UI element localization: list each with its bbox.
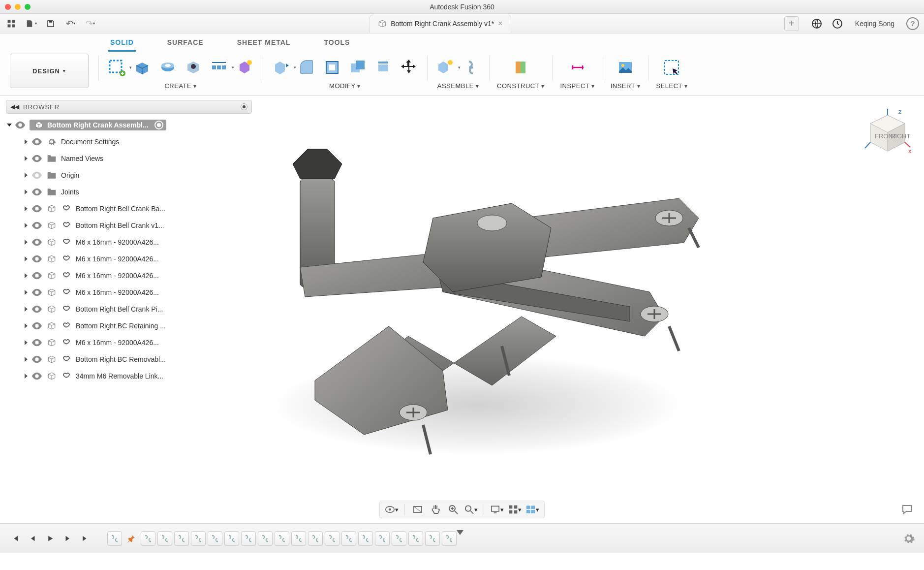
select-button[interactable]	[661, 57, 682, 78]
timeline-feature-chip[interactable]	[341, 531, 356, 546]
expand-icon[interactable]	[25, 340, 28, 345]
close-window-button[interactable]	[5, 4, 11, 10]
timeline-feature-chip[interactable]	[208, 531, 222, 546]
timeline-settings-button[interactable]	[902, 532, 915, 545]
visibility-toggle[interactable]	[31, 272, 42, 280]
construct-button[interactable]	[510, 57, 531, 78]
timeline-feature-chip[interactable]	[408, 531, 423, 546]
timeline-feature-chip[interactable]	[141, 531, 155, 546]
comments-button[interactable]	[900, 504, 914, 515]
timeline-first-button[interactable]	[9, 533, 21, 544]
new-design-button[interactable]: +	[784, 16, 799, 31]
tab-surface[interactable]: SURFACE	[165, 36, 206, 52]
timeline-feature-chip[interactable]	[191, 531, 206, 546]
combine-button[interactable]	[347, 57, 368, 78]
timeline-feature-chip[interactable]	[275, 531, 289, 546]
insert-button[interactable]	[615, 57, 636, 78]
form-button[interactable]	[234, 57, 255, 78]
group-insert-label[interactable]: INSERT ▾	[611, 82, 641, 90]
timeline-feature-chip[interactable]	[157, 531, 172, 546]
save-button[interactable]	[44, 17, 57, 30]
redo-button[interactable]: ↷▾	[84, 17, 96, 30]
joint-button[interactable]	[461, 57, 481, 78]
tree-row[interactable]: Named Views	[6, 150, 252, 167]
timeline-feature-chip[interactable]	[224, 531, 239, 546]
timeline-last-button[interactable]	[80, 533, 92, 544]
expand-icon[interactable]	[25, 323, 28, 328]
pin-panel-button[interactable]	[241, 103, 247, 110]
expand-icon[interactable]	[7, 124, 12, 127]
group-assemble-label[interactable]: ASSEMBLE ▾	[437, 82, 479, 90]
new-component-button[interactable]: ▾	[435, 57, 456, 78]
group-inspect-label[interactable]: INSPECT ▾	[560, 82, 594, 90]
timeline-feature-chip[interactable]	[241, 531, 256, 546]
timeline-feature-chip[interactable]	[358, 531, 373, 546]
tree-row[interactable]: 34mm M6 Removable Link...	[6, 368, 252, 384]
pan-button[interactable]	[429, 503, 442, 516]
expand-icon[interactable]	[25, 374, 28, 379]
tree-row[interactable]: Document Settings	[6, 133, 252, 150]
visibility-toggle[interactable]	[31, 171, 42, 179]
tab-tools[interactable]: TOOLS	[322, 36, 352, 52]
pattern-button[interactable]: ▾	[209, 57, 229, 78]
group-construct-label[interactable]: CONSTRUCT ▾	[497, 82, 544, 90]
tree-row[interactable]: Bottom Right Bell Crank Pi...	[6, 301, 252, 317]
tree-row[interactable]: Bottom Right Bell Crank v1...	[6, 217, 252, 234]
expand-icon[interactable]	[25, 307, 28, 312]
extrude-button[interactable]	[132, 57, 153, 78]
expand-icon[interactable]	[25, 357, 28, 362]
tree-root-row[interactable]: Bottom Right Crank Assembl...	[6, 117, 252, 133]
tree-row[interactable]: M6 x 16mm - 92000A426...	[6, 284, 252, 301]
user-name-label[interactable]: Keqing Song	[855, 20, 894, 28]
model-viewport[interactable]	[236, 120, 728, 474]
visibility-toggle[interactable]	[31, 372, 42, 380]
timeline-next-button[interactable]	[62, 533, 74, 544]
timeline-feature-chip[interactable]	[442, 531, 457, 546]
visibility-toggle[interactable]	[31, 288, 42, 296]
zoom-window-button[interactable]: ▾	[464, 503, 478, 516]
press-pull-button[interactable]: ▾	[271, 57, 291, 78]
visibility-toggle[interactable]	[31, 188, 42, 196]
help-button[interactable]: ?	[906, 17, 919, 30]
visibility-toggle[interactable]	[31, 238, 42, 246]
timeline-feature-chip[interactable]	[308, 531, 323, 546]
display-settings-button[interactable]: ▾	[490, 503, 504, 516]
group-modify-label[interactable]: MODIFY ▾	[329, 82, 361, 90]
revolve-button[interactable]	[157, 57, 178, 78]
undo-button[interactable]: ↶▾	[64, 17, 77, 30]
close-tab-button[interactable]: ×	[498, 19, 502, 28]
expand-icon[interactable]	[25, 139, 28, 144]
expand-icon[interactable]	[25, 290, 28, 295]
tree-row[interactable]: Bottom Right Bell Crank Ba...	[6, 200, 252, 217]
visibility-toggle[interactable]	[31, 339, 42, 347]
timeline-feature-chip[interactable]	[291, 531, 306, 546]
timeline-feature-chip[interactable]	[107, 531, 122, 546]
file-menu-button[interactable]: ▾	[25, 17, 37, 30]
activate-radio[interactable]	[154, 121, 163, 129]
visibility-toggle[interactable]	[31, 155, 42, 162]
visibility-toggle[interactable]	[31, 355, 42, 363]
tree-row[interactable]: Joints	[6, 184, 252, 200]
workspace-switcher[interactable]: DESIGN▾	[10, 54, 89, 88]
expand-icon[interactable]	[25, 156, 28, 161]
visibility-toggle[interactable]	[31, 205, 42, 213]
browser-header[interactable]: ◀◀ BROWSER	[6, 100, 252, 114]
timeline-feature-chip[interactable]	[375, 531, 390, 546]
view-cube[interactable]: z FRONT RIGHT x	[863, 108, 912, 163]
align-button[interactable]	[373, 57, 394, 78]
zoom-window-button[interactable]	[25, 4, 31, 10]
expand-icon[interactable]	[25, 223, 28, 228]
timeline-feature-chip[interactable]	[258, 531, 273, 546]
visibility-toggle[interactable]	[31, 305, 42, 313]
move-button[interactable]	[399, 57, 419, 78]
extensions-icon[interactable]	[811, 18, 823, 30]
visibility-toggle[interactable]	[15, 121, 26, 129]
expand-icon[interactable]	[25, 190, 28, 194]
viewport-layout-button[interactable]: ▾	[525, 503, 539, 516]
zoom-button[interactable]	[446, 503, 460, 516]
group-create-label[interactable]: CREATE ▾	[164, 82, 196, 90]
timeline-marker[interactable]	[457, 530, 463, 535]
look-at-button[interactable]	[411, 503, 425, 516]
tree-row[interactable]: Bottom Right BC Retaining ...	[6, 317, 252, 334]
minimize-window-button[interactable]	[15, 4, 21, 10]
